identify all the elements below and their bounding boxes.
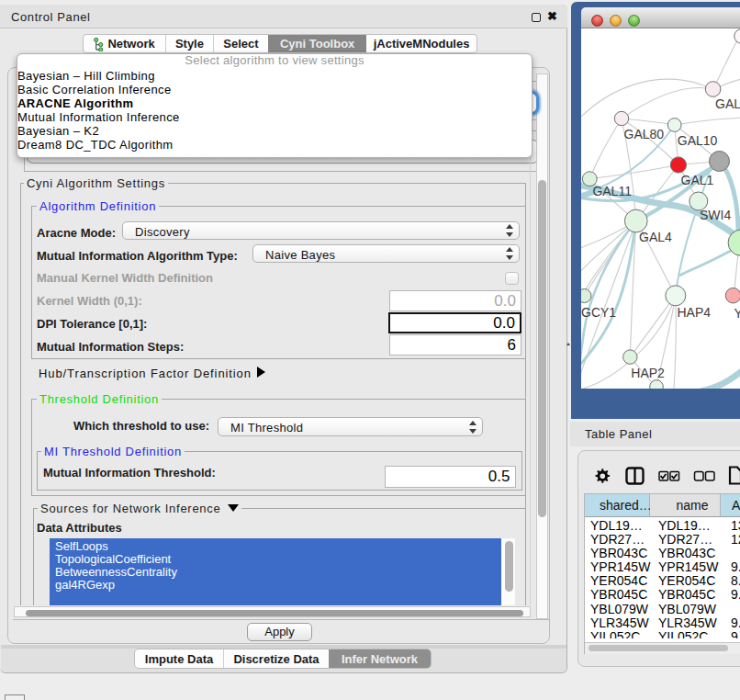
svg-text:GAL1: GAL1 — [681, 173, 714, 187]
svg-text:SWI4: SWI4 — [700, 208, 731, 222]
svg-text:GAL10: GAL10 — [678, 133, 718, 148]
svg-text:GCY1: GCY1 — [581, 305, 616, 320]
svg-text:GAL80: GAL80 — [624, 127, 665, 141]
svg-text:GAL7: GAL7 — [715, 96, 740, 111]
svg-text:HAP4: HAP4 — [678, 305, 712, 320]
svg-text:GAL11: GAL11 — [592, 184, 632, 198]
svg-text:HAP2: HAP2 — [631, 366, 665, 380]
svg-text:Y: Y — [734, 306, 740, 321]
svg-text:GAL4: GAL4 — [639, 230, 672, 244]
